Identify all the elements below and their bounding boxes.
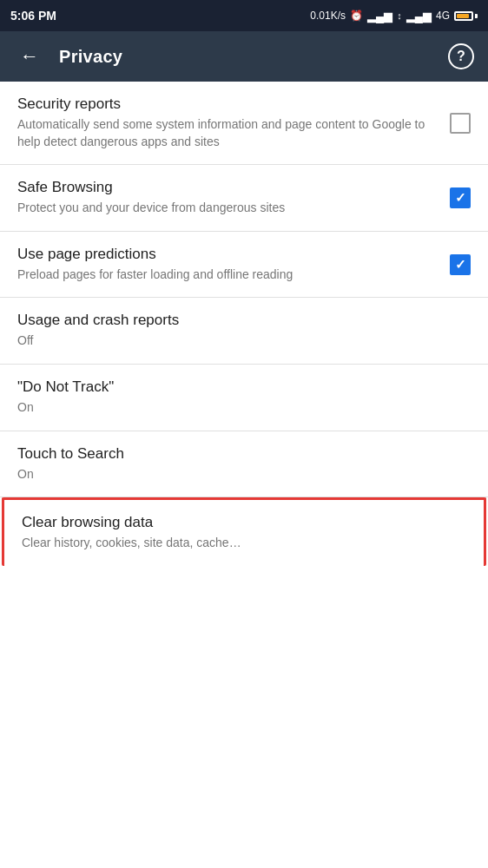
settings-item-do-not-track[interactable]: "Do Not Track" On — [0, 365, 488, 431]
page-title: Privacy — [59, 47, 434, 67]
back-icon: ← — [20, 45, 39, 68]
status-time: 5:06 PM — [10, 9, 56, 23]
settings-item-subtitle: Automatically send some system informati… — [17, 116, 439, 150]
settings-item-subtitle: Protect you and your device from dangero… — [17, 200, 439, 217]
settings-item-text: Security reports Automatically send some… — [17, 95, 450, 150]
settings-item-text: Use page predictions Preload pages for f… — [17, 246, 450, 284]
settings-item-subtitle: Off — [17, 332, 460, 350]
data-transfer-icon: ↕ — [397, 10, 402, 21]
settings-item-title: Safe Browsing — [17, 179, 439, 196]
settings-item-page-predictions[interactable]: Use page predictions Preload pages for f… — [0, 232, 488, 299]
status-bar: 5:06 PM 0.01K/s ⏰ ▂▄▆ ↕ ▂▄▆ 4G — [0, 0, 488, 31]
settings-item-title: Touch to Search — [17, 445, 460, 463]
settings-item-text: Safe Browsing Protect you and your devic… — [17, 179, 450, 217]
toolbar: ← Privacy ? — [0, 31, 488, 82]
settings-item-subtitle: On — [17, 399, 460, 417]
back-button[interactable]: ← — [14, 41, 45, 72]
signal-icon: ▂▄▆ — [367, 10, 392, 23]
settings-item-text: Clear browsing data Clear history, cooki… — [22, 514, 466, 552]
help-icon: ? — [457, 49, 465, 64]
settings-item-title: Usage and crash reports — [17, 312, 460, 329]
settings-item-text: Touch to Search On — [17, 445, 471, 483]
status-right: 0.01K/s ⏰ ▂▄▆ ↕ ▂▄▆ 4G — [310, 10, 478, 23]
settings-item-usage-crash[interactable]: Usage and crash reports Off — [0, 298, 488, 365]
settings-item-text: "Do Not Track" On — [17, 378, 471, 417]
checkbox-checked-safe-browsing[interactable]: ✓ — [450, 187, 471, 208]
settings-item-title: Clear browsing data — [22, 514, 456, 531]
checkbox-unchecked-security[interactable] — [450, 113, 471, 134]
settings-item-subtitle: On — [17, 466, 460, 483]
signal-icon-2: ▂▄▆ — [406, 10, 432, 23]
settings-item-text: Usage and crash reports Off — [17, 312, 471, 350]
battery-icon — [454, 11, 478, 21]
help-button[interactable]: ? — [448, 43, 474, 69]
settings-content: Security reports Automatically send some… — [0, 82, 488, 868]
settings-item-safe-browsing[interactable]: Safe Browsing Protect you and your devic… — [0, 165, 488, 232]
settings-item-clear-browsing-data[interactable]: Clear browsing data Clear history, cooki… — [2, 497, 486, 566]
settings-item-subtitle: Preload pages for faster loading and off… — [17, 266, 439, 284]
network-type: 4G — [436, 10, 450, 22]
network-speed: 0.01K/s — [310, 10, 346, 22]
settings-item-title: Security reports — [17, 95, 439, 113]
settings-item-touch-to-search[interactable]: Touch to Search On — [0, 431, 488, 498]
settings-item-subtitle: Clear history, cookies, site data, cache… — [22, 535, 456, 552]
clock-icon: ⏰ — [350, 10, 363, 22]
checkbox-checked-page-predictions[interactable]: ✓ — [450, 254, 471, 275]
settings-item-title: Use page predictions — [17, 246, 439, 263]
settings-item-title: "Do Not Track" — [17, 378, 460, 396]
settings-item-security-reports[interactable]: Security reports Automatically send some… — [0, 82, 488, 165]
